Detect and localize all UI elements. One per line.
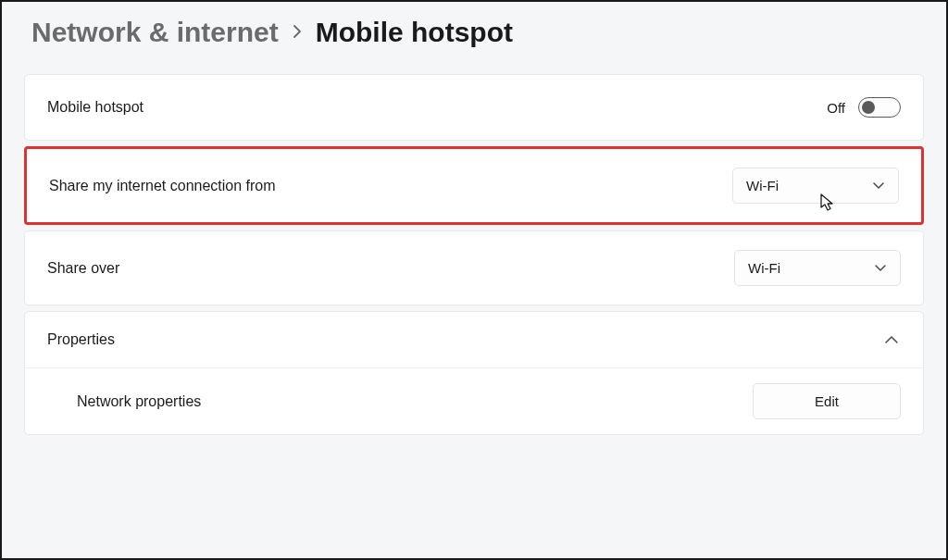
hotspot-toggle[interactable] [858,97,901,118]
toggle-knob-icon [862,101,875,114]
properties-expander-header[interactable]: Properties [25,312,923,368]
share-from-card: Share my internet connection from Wi-Fi [24,146,924,225]
network-properties-label: Network properties [47,393,201,410]
properties-card: Properties Network properties Edit [24,311,924,435]
hotspot-toggle-card: Mobile hotspot Off [24,74,924,141]
share-over-card: Share over Wi-Fi [24,230,924,305]
share-from-value: Wi-Fi [746,178,779,193]
hotspot-label: Mobile hotspot [47,99,143,116]
breadcrumb-parent[interactable]: Network & internet [31,17,279,48]
share-from-dropdown[interactable]: Wi-Fi [732,168,899,204]
share-from-label: Share my internet connection from [49,178,276,194]
share-over-value: Wi-Fi [748,260,780,276]
edit-button[interactable]: Edit [753,383,901,419]
properties-label: Properties [47,331,115,348]
toggle-state-text: Off [827,100,845,116]
chevron-up-icon [882,330,901,349]
breadcrumb: Network & internet Mobile hotspot [24,17,924,48]
share-over-label: Share over [47,260,119,277]
chevron-down-icon [874,264,887,273]
chevron-down-icon [872,181,885,191]
share-over-dropdown[interactable]: Wi-Fi [734,250,901,286]
chevron-right-icon [292,22,303,44]
page-title: Mobile hotspot [316,17,513,48]
